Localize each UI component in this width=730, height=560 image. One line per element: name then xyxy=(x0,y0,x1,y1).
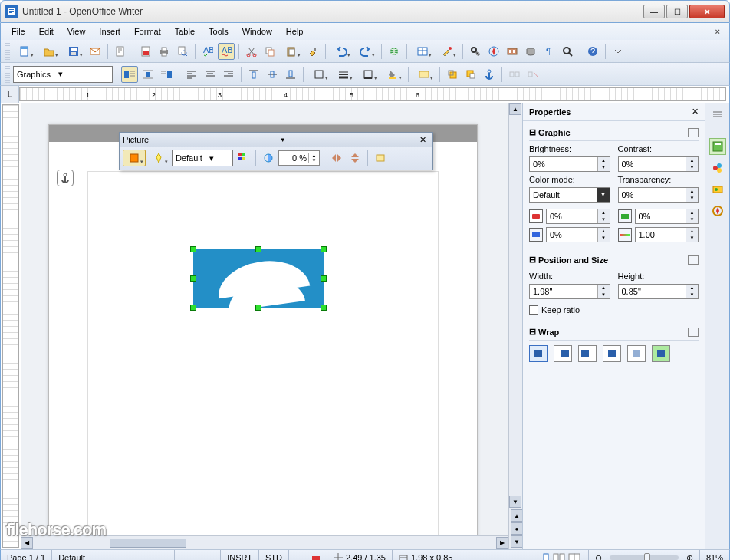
hscroll-thumb[interactable] xyxy=(110,539,186,548)
vertical-scrollbar[interactable]: ▲ ▼ ▲ ● ▼ xyxy=(508,103,522,549)
redo-button[interactable] xyxy=(354,43,377,60)
navigator-tab-icon[interactable] xyxy=(709,203,726,219)
email-button[interactable] xyxy=(87,43,104,60)
resize-handle-bm[interactable] xyxy=(255,305,261,311)
resize-handle-ml[interactable] xyxy=(190,275,196,282)
align-center-button[interactable] xyxy=(202,66,219,83)
gamma-spinner[interactable]: ▲▼ xyxy=(635,227,699,242)
view-layout-buttons[interactable] xyxy=(534,550,589,560)
blue-input[interactable] xyxy=(547,228,597,242)
align-right-button[interactable] xyxy=(220,66,237,83)
book-view-icon[interactable] xyxy=(568,553,582,560)
resize-handle-tl[interactable] xyxy=(190,246,196,252)
height-spinner[interactable]: ▲▼ xyxy=(618,284,699,299)
sidebar-config-button[interactable] xyxy=(709,106,726,123)
resize-handle-tm[interactable] xyxy=(255,246,261,252)
menu-window[interactable]: Window xyxy=(236,25,278,38)
menu-insert[interactable]: Insert xyxy=(93,25,127,38)
wrap-left-button[interactable] xyxy=(121,66,138,83)
horizontal-ruler[interactable]: 1 2 3 4 5 6 xyxy=(19,87,726,101)
height-input[interactable] xyxy=(619,285,686,298)
status-selection-mode[interactable]: STD xyxy=(259,550,289,560)
green-input[interactable] xyxy=(636,209,686,223)
wrap-parallel-button[interactable] xyxy=(603,345,621,362)
format-paintbrush-button[interactable] xyxy=(304,43,321,60)
scroll-left-button[interactable]: ◀ xyxy=(21,537,33,549)
scroll-right-button[interactable]: ▶ xyxy=(496,537,508,549)
wrap-more-button[interactable] xyxy=(688,328,699,337)
prev-page-button[interactable]: ▲ xyxy=(511,509,523,522)
wrap-optimal-button[interactable] xyxy=(652,345,670,362)
single-page-icon[interactable] xyxy=(541,553,551,560)
transparency-input-sb[interactable] xyxy=(619,188,686,202)
menu-view[interactable]: View xyxy=(61,25,92,38)
resize-handle-bl[interactable] xyxy=(190,305,196,311)
anchor-button[interactable] xyxy=(481,66,498,83)
data-sources-button[interactable] xyxy=(522,43,539,60)
undo-button[interactable] xyxy=(330,43,353,60)
status-insert-mode[interactable]: INSRT xyxy=(221,550,259,560)
toolbar-overflow-button[interactable] xyxy=(610,43,626,60)
brightness-input[interactable] xyxy=(530,157,597,171)
picture-toolbar-header[interactable]: Picture ▼ ✕ xyxy=(120,133,432,147)
wrap-after-button[interactable] xyxy=(578,345,597,362)
show-draw-functions-button[interactable] xyxy=(436,43,459,60)
help-button[interactable]: ? xyxy=(584,43,601,60)
status-style[interactable]: Default xyxy=(52,550,175,560)
resize-handle-mr[interactable] xyxy=(321,275,327,282)
scroll-down-button[interactable]: ▼ xyxy=(509,496,521,508)
status-language[interactable] xyxy=(175,550,221,560)
color-button[interactable] xyxy=(235,150,252,166)
close-button[interactable]: ✕ xyxy=(689,5,725,18)
scroll-up-button[interactable]: ▲ xyxy=(509,103,521,115)
zoom-slider[interactable] xyxy=(610,555,679,560)
navigation-button[interactable]: ● xyxy=(511,522,523,535)
bring-to-front-button[interactable] xyxy=(444,66,461,83)
multi-page-icon[interactable] xyxy=(553,553,567,560)
save-button[interactable] xyxy=(62,43,85,60)
wrap-right-button[interactable] xyxy=(158,66,175,83)
align-bottom-button[interactable] xyxy=(282,66,299,83)
nonprinting-chars-button[interactable]: ¶ xyxy=(541,43,557,60)
menu-file[interactable]: File xyxy=(5,25,31,38)
align-left-button[interactable] xyxy=(183,66,200,83)
cut-button[interactable] xyxy=(243,43,260,60)
picture-toolbar-close[interactable]: ✕ xyxy=(416,135,429,145)
flip-horizontal-button[interactable] xyxy=(328,150,345,166)
brightness-spinner[interactable]: ▲▼ xyxy=(529,156,610,172)
send-to-back-button[interactable] xyxy=(462,66,479,83)
export-pdf-button[interactable] xyxy=(137,43,154,60)
link-frames-button[interactable] xyxy=(506,66,523,83)
toolbar-handle[interactable] xyxy=(5,66,10,83)
graphics-filter-combo[interactable]: Default▾ xyxy=(172,150,233,166)
zoom-slider-thumb[interactable] xyxy=(644,553,650,560)
navigator-button[interactable] xyxy=(485,43,502,60)
wrap-through-button[interactable] xyxy=(627,345,646,362)
wrap-center-button[interactable] xyxy=(140,66,156,83)
print-preview-button[interactable] xyxy=(174,43,191,60)
possize-section-header[interactable]: ⊟Position and Size xyxy=(529,252,699,268)
width-spinner[interactable]: ▲▼ xyxy=(529,284,610,299)
transparency-input[interactable] xyxy=(279,153,308,163)
resize-handle-tr[interactable] xyxy=(321,246,327,252)
new-button[interactable] xyxy=(13,43,36,60)
menu-help[interactable]: Help xyxy=(280,25,310,38)
border-style-button[interactable] xyxy=(332,66,355,83)
graphics-mode-button[interactable] xyxy=(123,150,146,166)
anchor-icon[interactable] xyxy=(57,170,74,186)
status-modified[interactable] xyxy=(289,550,304,560)
align-top-button[interactable] xyxy=(245,66,262,83)
contrast-input[interactable] xyxy=(619,157,686,171)
styles-tab-icon[interactable] xyxy=(709,160,726,176)
properties-tab-icon[interactable] xyxy=(709,138,726,155)
contrast-spinner[interactable]: ▲▼ xyxy=(618,156,699,172)
filter-button[interactable] xyxy=(147,150,170,166)
copy-button[interactable] xyxy=(261,43,278,60)
picture-toolbar-dropdown[interactable]: ▼ xyxy=(277,137,289,143)
graphic-section-header[interactable]: ⊟Graphic xyxy=(529,124,699,141)
wrap-section-header[interactable]: ⊟Wrap xyxy=(529,324,699,341)
align-vcenter-button[interactable] xyxy=(264,66,281,83)
red-input[interactable] xyxy=(547,209,597,223)
status-page[interactable]: Page 1 / 1 xyxy=(1,550,52,560)
horizontal-scrollbar[interactable]: ◀ ▶ xyxy=(21,535,508,549)
